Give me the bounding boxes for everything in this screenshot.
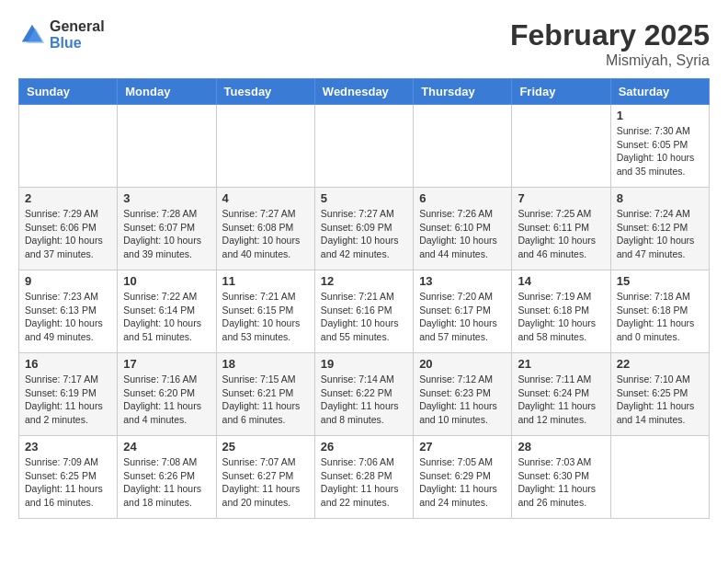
day-number: 4	[222, 191, 309, 205]
calendar-cell: 14Sunrise: 7:19 AM Sunset: 6:18 PM Dayli…	[512, 270, 610, 353]
day-info: Sunrise: 7:21 AM Sunset: 6:15 PM Dayligh…	[222, 290, 309, 344]
calendar-cell: 19Sunrise: 7:14 AM Sunset: 6:22 PM Dayli…	[314, 353, 413, 436]
day-number: 10	[123, 274, 210, 288]
day-info: Sunrise: 7:11 AM Sunset: 6:24 PM Dayligh…	[518, 373, 604, 427]
title-block: February 2025 Mismiyah, Syria	[510, 18, 710, 69]
calendar-cell	[414, 105, 512, 188]
day-info: Sunrise: 7:28 AM Sunset: 6:07 PM Dayligh…	[123, 207, 210, 261]
day-info: Sunrise: 7:22 AM Sunset: 6:14 PM Dayligh…	[123, 290, 210, 344]
location: Mismiyah, Syria	[510, 52, 710, 69]
calendar-header-row: SundayMondayTuesdayWednesdayThursdayFrid…	[19, 79, 710, 105]
day-number: 12	[321, 274, 407, 288]
calendar-cell: 13Sunrise: 7:20 AM Sunset: 6:17 PM Dayli…	[414, 270, 512, 353]
calendar-cell	[314, 105, 413, 188]
day-info: Sunrise: 7:21 AM Sunset: 6:16 PM Dayligh…	[321, 290, 407, 344]
logo-blue-text: Blue	[50, 35, 105, 52]
day-info: Sunrise: 7:07 AM Sunset: 6:27 PM Dayligh…	[222, 455, 309, 510]
day-number: 14	[518, 274, 604, 288]
calendar-cell: 2Sunrise: 7:29 AM Sunset: 6:06 PM Daylig…	[19, 188, 118, 270]
day-info: Sunrise: 7:03 AM Sunset: 6:30 PM Dayligh…	[518, 455, 604, 510]
day-number: 16	[25, 357, 111, 371]
day-number: 19	[321, 357, 407, 371]
calendar-cell: 16Sunrise: 7:17 AM Sunset: 6:19 PM Dayli…	[19, 353, 118, 436]
day-number: 1	[617, 109, 703, 122]
day-number: 18	[222, 357, 309, 371]
day-info: Sunrise: 7:05 AM Sunset: 6:29 PM Dayligh…	[419, 455, 506, 510]
month-title: February 2025	[510, 18, 710, 52]
day-info: Sunrise: 7:06 AM Sunset: 6:28 PM Dayligh…	[321, 455, 407, 510]
calendar-week-1: 1Sunrise: 7:30 AM Sunset: 6:05 PM Daylig…	[19, 105, 710, 188]
day-info: Sunrise: 7:10 AM Sunset: 6:25 PM Dayligh…	[617, 373, 703, 427]
day-number: 27	[419, 440, 506, 454]
day-number: 28	[518, 440, 604, 454]
day-info: Sunrise: 7:17 AM Sunset: 6:19 PM Dayligh…	[25, 373, 111, 427]
calendar-cell: 25Sunrise: 7:07 AM Sunset: 6:27 PM Dayli…	[216, 436, 314, 519]
day-info: Sunrise: 7:29 AM Sunset: 6:06 PM Dayligh…	[25, 207, 111, 261]
calendar-cell: 21Sunrise: 7:11 AM Sunset: 6:24 PM Dayli…	[512, 353, 610, 436]
logo: General Blue	[18, 18, 105, 51]
day-number: 11	[222, 274, 309, 288]
calendar-cell: 3Sunrise: 7:28 AM Sunset: 6:07 PM Daylig…	[118, 188, 216, 270]
weekday-header-tuesday: Tuesday	[216, 79, 314, 105]
day-info: Sunrise: 7:27 AM Sunset: 6:09 PM Dayligh…	[321, 207, 407, 261]
day-number: 6	[419, 191, 506, 205]
calendar-cell: 15Sunrise: 7:18 AM Sunset: 6:18 PM Dayli…	[610, 270, 709, 353]
day-number: 22	[617, 357, 703, 371]
calendar-cell: 9Sunrise: 7:23 AM Sunset: 6:13 PM Daylig…	[19, 270, 118, 353]
day-number: 13	[419, 274, 506, 288]
calendar-cell: 28Sunrise: 7:03 AM Sunset: 6:30 PM Dayli…	[512, 436, 610, 519]
weekday-header-thursday: Thursday	[414, 79, 512, 105]
day-number: 23	[25, 440, 111, 454]
day-info: Sunrise: 7:12 AM Sunset: 6:23 PM Dayligh…	[419, 373, 506, 427]
day-info: Sunrise: 7:16 AM Sunset: 6:20 PM Dayligh…	[123, 373, 210, 427]
calendar-cell: 18Sunrise: 7:15 AM Sunset: 6:21 PM Dayli…	[216, 353, 314, 436]
calendar-cell: 20Sunrise: 7:12 AM Sunset: 6:23 PM Dayli…	[414, 353, 512, 436]
day-info: Sunrise: 7:30 AM Sunset: 6:05 PM Dayligh…	[617, 124, 703, 178]
day-info: Sunrise: 7:19 AM Sunset: 6:18 PM Dayligh…	[518, 290, 604, 344]
day-info: Sunrise: 7:24 AM Sunset: 6:12 PM Dayligh…	[617, 207, 703, 261]
calendar-week-3: 9Sunrise: 7:23 AM Sunset: 6:13 PM Daylig…	[19, 270, 710, 353]
calendar-cell: 23Sunrise: 7:09 AM Sunset: 6:25 PM Dayli…	[19, 436, 118, 519]
logo-general-text: General	[50, 18, 105, 35]
calendar-cell	[610, 436, 709, 519]
day-info: Sunrise: 7:08 AM Sunset: 6:26 PM Dayligh…	[123, 455, 210, 510]
weekday-header-monday: Monday	[118, 79, 216, 105]
day-number: 21	[518, 357, 604, 371]
calendar-cell: 24Sunrise: 7:08 AM Sunset: 6:26 PM Dayli…	[118, 436, 216, 519]
calendar-cell: 11Sunrise: 7:21 AM Sunset: 6:15 PM Dayli…	[216, 270, 314, 353]
weekday-header-sunday: Sunday	[19, 79, 118, 105]
day-info: Sunrise: 7:14 AM Sunset: 6:22 PM Dayligh…	[321, 373, 407, 427]
day-info: Sunrise: 7:25 AM Sunset: 6:11 PM Dayligh…	[518, 207, 604, 261]
calendar-cell: 12Sunrise: 7:21 AM Sunset: 6:16 PM Dayli…	[314, 270, 413, 353]
day-number: 2	[25, 191, 111, 205]
day-number: 15	[617, 274, 703, 288]
calendar-week-2: 2Sunrise: 7:29 AM Sunset: 6:06 PM Daylig…	[19, 188, 710, 270]
day-number: 25	[222, 440, 309, 454]
calendar-week-4: 16Sunrise: 7:17 AM Sunset: 6:19 PM Dayli…	[19, 353, 710, 436]
calendar-cell: 6Sunrise: 7:26 AM Sunset: 6:10 PM Daylig…	[414, 188, 512, 270]
calendar-cell	[118, 105, 216, 188]
calendar-cell	[512, 105, 610, 188]
calendar-cell: 26Sunrise: 7:06 AM Sunset: 6:28 PM Dayli…	[314, 436, 413, 519]
day-number: 3	[123, 191, 210, 205]
day-number: 24	[123, 440, 210, 454]
day-info: Sunrise: 7:26 AM Sunset: 6:10 PM Dayligh…	[419, 207, 506, 261]
calendar-cell: 7Sunrise: 7:25 AM Sunset: 6:11 PM Daylig…	[512, 188, 610, 270]
calendar-cell: 8Sunrise: 7:24 AM Sunset: 6:12 PM Daylig…	[610, 188, 709, 270]
calendar-cell: 5Sunrise: 7:27 AM Sunset: 6:09 PM Daylig…	[314, 188, 413, 270]
weekday-header-saturday: Saturday	[610, 79, 709, 105]
weekday-header-friday: Friday	[512, 79, 610, 105]
calendar-cell: 22Sunrise: 7:10 AM Sunset: 6:25 PM Dayli…	[610, 353, 709, 436]
page-header: General Blue February 2025 Mismiyah, Syr…	[18, 18, 710, 69]
calendar-cell: 27Sunrise: 7:05 AM Sunset: 6:29 PM Dayli…	[414, 436, 512, 519]
day-number: 9	[25, 274, 111, 288]
day-info: Sunrise: 7:15 AM Sunset: 6:21 PM Dayligh…	[222, 373, 309, 427]
day-info: Sunrise: 7:18 AM Sunset: 6:18 PM Dayligh…	[617, 290, 703, 344]
weekday-header-wednesday: Wednesday	[314, 79, 413, 105]
day-number: 7	[518, 191, 604, 205]
day-info: Sunrise: 7:09 AM Sunset: 6:25 PM Dayligh…	[25, 455, 111, 510]
calendar-cell: 1Sunrise: 7:30 AM Sunset: 6:05 PM Daylig…	[610, 105, 709, 188]
calendar-cell	[19, 105, 118, 188]
day-number: 5	[321, 191, 407, 205]
day-info: Sunrise: 7:20 AM Sunset: 6:17 PM Dayligh…	[419, 290, 506, 344]
